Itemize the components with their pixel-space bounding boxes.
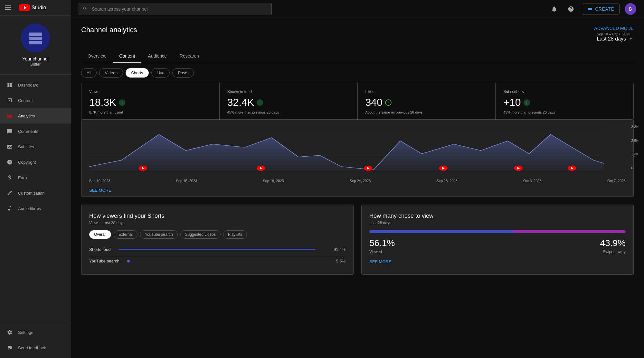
tab-content[interactable]: Content (113, 50, 141, 63)
help-button[interactable] (565, 3, 577, 15)
channel-info: Your channel Buffer (0, 16, 71, 75)
metric-value-feed: 32.4K (227, 96, 254, 108)
sidebar-item-label-content: Content (18, 98, 33, 103)
sidebar-item-label-audio-library: Audio library (18, 206, 41, 211)
sidebar-item-earn[interactable]: Earn (0, 170, 71, 185)
how-many-card: How many chose to view Last 28 days 56.1… (361, 205, 634, 275)
studio-label: Studio (32, 5, 46, 11)
sidebar-item-label-settings: Settings (18, 330, 33, 335)
data-label-youtube-search: YouTube search (89, 259, 119, 263)
chart-container: 3.8K 2.5K 1.3K 0 Sep 10, 2023 Sep 15, 20… (81, 120, 634, 197)
advanced-mode-link[interactable]: ADVANCED MODE (594, 26, 634, 31)
tab-audience[interactable]: Audience (141, 50, 173, 63)
brush-icon (6, 190, 13, 196)
pill-overall[interactable]: Overall (89, 230, 111, 239)
play-square-icon (6, 97, 13, 104)
sidebar-item-settings[interactable]: Settings (0, 325, 71, 340)
pill-youtube-search[interactable]: YouTube search (140, 230, 178, 239)
create-button[interactable]: CREATE (582, 4, 620, 14)
how-viewers-filters: Overall External YouTube search Suggeste… (89, 230, 346, 239)
view-bar-viewed (369, 230, 513, 233)
metric-value-subscribers: +10 (503, 96, 521, 108)
page-header: Channel analytics ADVANCED MODE Sep 10 –… (81, 26, 634, 42)
sidebar-item-customization[interactable]: Customization (0, 185, 71, 201)
x-label-5: Sep 28, 2023 (436, 179, 457, 183)
sidebar-item-analytics[interactable]: Analytics (0, 108, 71, 124)
pill-all[interactable]: All (81, 68, 97, 78)
pill-playlists[interactable]: Playlists (223, 230, 247, 239)
sidebar-item-send-feedback[interactable]: Send feedback (0, 340, 71, 355)
how-viewers-title: How viewers find your Shorts (89, 213, 346, 219)
sidebar-item-content[interactable]: Content (0, 93, 71, 108)
metric-value-likes: 340 (365, 96, 383, 108)
x-label-6: Oct 3, 2023 (523, 179, 542, 183)
subtitles-icon (6, 143, 13, 150)
data-pct-youtube-search: 5.5% (336, 259, 346, 263)
chart-y-labels: 3.8K 2.5K 1.3K 0 (631, 125, 639, 170)
view-see-more-link[interactable]: SEE MORE (369, 259, 626, 264)
notifications-button[interactable] (548, 3, 560, 15)
y-label-2: 2.5K (631, 139, 639, 142)
search-input[interactable] (79, 3, 272, 15)
pill-posts[interactable]: Posts (172, 68, 194, 78)
pill-videos[interactable]: Videos (99, 68, 123, 78)
bottom-grid: How viewers find your Shorts Views · Las… (81, 205, 634, 275)
data-row-shorts-feed: Shorts feed 91.4% (89, 244, 346, 255)
gear-icon (6, 329, 13, 335)
data-pct-shorts-feed: 91.4% (334, 247, 346, 252)
metric-value-views: 18.3K (89, 96, 116, 108)
filter-pills: All Videos Shorts Live Posts (81, 63, 634, 83)
avatar (21, 23, 50, 52)
sidebar-item-label-dashboard: Dashboard (18, 83, 39, 87)
view-stats: 56.1% Viewed 43.9% Swiped away (369, 238, 626, 254)
page-title: Channel analytics (81, 26, 137, 34)
how-viewers-card: How viewers find your Shorts Views · Las… (81, 205, 354, 275)
topbar: CREATE B (71, 0, 644, 18)
channel-sub: Buffer (30, 62, 41, 67)
swiped-label: Swiped away (600, 250, 626, 254)
pill-shorts[interactable]: Shorts (126, 68, 149, 78)
sidebar-item-audio-library[interactable]: Audio library (0, 201, 71, 216)
flag-icon (6, 344, 13, 351)
chart-area: 3.8K 2.5K 1.3K 0 (89, 125, 626, 176)
create-label: CREATE (595, 6, 614, 12)
how-many-sub: Last 28 days (369, 221, 626, 225)
channel-name: Your channel (22, 56, 48, 61)
user-avatar[interactable]: B (625, 3, 636, 15)
pill-suggested-videos[interactable]: Suggested videos (180, 230, 221, 239)
data-bar-wrap-shorts-feed (118, 249, 334, 250)
sidebar-item-copyright[interactable]: c Copyright (0, 154, 71, 170)
sidebar-item-dashboard[interactable]: Dashboard (0, 77, 71, 93)
comment-icon (6, 128, 13, 134)
youtube-logo-icon (19, 4, 30, 11)
grid-icon (6, 82, 13, 88)
copyright-icon: c (6, 159, 13, 165)
main-tabs: Overview Content Audience Research (81, 50, 634, 63)
sidebar-footer: Settings Send feedback (0, 322, 71, 358)
sidebar-header: Studio (0, 0, 71, 16)
chart-svg (89, 125, 626, 176)
sidebar-item-label-subtitles: Subtitles (18, 144, 34, 149)
metric-badge-likes: ✓ (385, 99, 392, 106)
viewed-value: 56.1% (369, 238, 395, 248)
menu-icon[interactable] (5, 4, 13, 12)
pill-external[interactable]: External (114, 230, 137, 239)
sidebar-logo: Studio (19, 4, 46, 11)
data-row-youtube-search: YouTube search 5.5% (89, 255, 346, 267)
content-area: Channel analytics ADVANCED MODE Sep 10 –… (71, 18, 644, 358)
tab-research[interactable]: Research (173, 50, 205, 63)
how-many-title: How many chose to view (369, 213, 626, 219)
sidebar-item-subtitles[interactable]: Subtitles (0, 139, 71, 154)
view-stat-viewed: 56.1% Viewed (369, 238, 395, 254)
tab-overview[interactable]: Overview (81, 50, 113, 63)
bar-chart-icon (6, 113, 13, 119)
metric-badge-views: ↑ (119, 99, 125, 106)
y-label-3: 1.3K (631, 152, 639, 156)
sidebar-item-label-send-feedback: Send feedback (18, 345, 46, 350)
sidebar-item-comments[interactable]: Comments (0, 124, 71, 139)
svg-marker-0 (24, 6, 26, 10)
view-bars (369, 230, 626, 233)
pill-live[interactable]: Live (151, 68, 170, 78)
see-more-link[interactable]: SEE MORE (89, 184, 626, 197)
chevron-down-icon (628, 36, 634, 42)
